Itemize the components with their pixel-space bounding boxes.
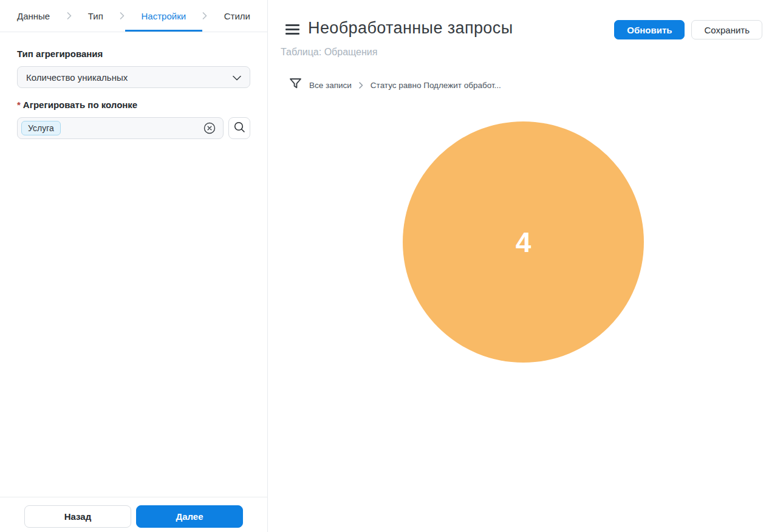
refresh-button[interactable]: Обновить <box>614 20 685 39</box>
hamburger-menu-icon[interactable] <box>285 22 299 36</box>
chevron-right-icon <box>202 12 207 19</box>
filter-all-records[interactable]: Все записи <box>309 81 352 90</box>
chart-center-value: 4 <box>516 226 531 259</box>
wizard-steps: Данные Тип Настройки Стили <box>0 0 267 32</box>
aggregation-type-label: Тип агрегирования <box>17 49 250 59</box>
chevron-right-icon <box>67 12 72 19</box>
chevron-down-icon <box>233 72 241 83</box>
next-button[interactable]: Далее <box>136 505 243 528</box>
page-title: Необработанные запросы <box>308 19 513 38</box>
search-icon <box>233 121 246 135</box>
step-data[interactable]: Данные <box>17 0 50 32</box>
chevron-right-icon <box>120 12 125 19</box>
wizard-footer: Назад Далее <box>0 497 267 532</box>
aggregate-column-input[interactable]: Услуга <box>17 117 224 139</box>
aggregation-type-select[interactable]: Количество уникальных <box>17 66 250 88</box>
column-search-button[interactable] <box>228 117 250 139</box>
step-settings[interactable]: Настройки <box>142 0 186 32</box>
widget-settings-sidebar: Данные Тип Настройки Стили Тип агрегиров… <box>0 0 268 532</box>
widget-preview-area: Необработанные запросы Обновить Сохранит… <box>268 0 769 532</box>
filter-breadcrumb: Все записи Статус равно Подлежит обработ… <box>289 77 501 93</box>
required-asterisk: * <box>17 100 21 110</box>
pie-chart-circle: 4 <box>403 121 644 363</box>
settings-form: Тип агрегирования Количество уникальных … <box>0 32 267 497</box>
app-window: Данные Тип Настройки Стили Тип агрегиров… <box>0 0 769 532</box>
save-button[interactable]: Сохранить <box>691 20 762 39</box>
header-actions: Обновить Сохранить <box>614 20 762 39</box>
chevron-right-icon <box>359 82 363 89</box>
clear-icon[interactable] <box>203 121 216 135</box>
aggregate-column-label: *Агрегировать по колонке <box>17 100 250 110</box>
table-subtitle: Таблица: Обращения <box>281 47 377 58</box>
filter-condition[interactable]: Статус равно Подлежит обработ... <box>371 81 501 90</box>
step-styles[interactable]: Стили <box>224 0 250 32</box>
aggregation-type-value: Количество уникальных <box>26 72 128 83</box>
selected-column-tag[interactable]: Услуга <box>21 121 61 135</box>
filter-funnel-icon[interactable] <box>289 77 302 93</box>
step-type[interactable]: Тип <box>88 0 103 32</box>
back-button[interactable]: Назад <box>24 505 131 528</box>
